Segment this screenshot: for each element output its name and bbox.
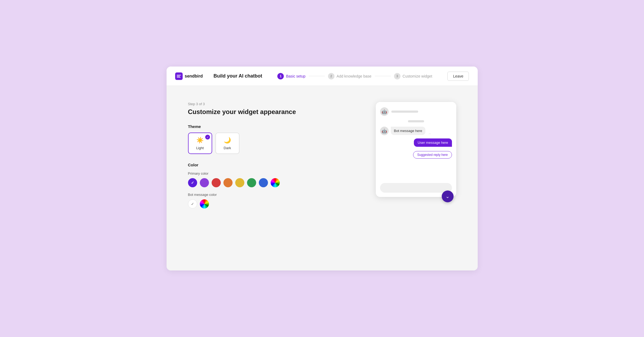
content-inner: Step 3 of 3 Customize your widget appear… — [188, 102, 456, 208]
user-message-bubble: User message here — [414, 138, 452, 147]
dark-label: Dark — [224, 146, 231, 150]
subheader-line — [408, 120, 424, 122]
swatch-red[interactable] — [212, 178, 221, 187]
bot-msg-time: ··· — [429, 132, 431, 135]
step-2-circle: 2 — [328, 73, 334, 79]
step-indicator: Step 3 of 3 — [188, 102, 360, 106]
theme-light[interactable]: ✓ ☀️ Light — [188, 133, 212, 154]
chat-header-lines — [391, 111, 418, 113]
chat-subheader — [380, 120, 452, 122]
logo-area: sendbird — [175, 72, 203, 80]
step-1: 1 Basic setup — [277, 73, 305, 79]
swatch-purple-dark[interactable]: ✓ — [188, 178, 197, 187]
step-1-label: Basic setup — [286, 74, 305, 78]
sendbird-logo-icon — [175, 72, 183, 80]
swatch-orange[interactable] — [223, 178, 233, 187]
step-3: 3 Customize widget — [394, 73, 432, 79]
chat-body: 🤖 Bot message here ··· User message here… — [380, 120, 452, 179]
step-3-circle: 3 — [394, 73, 400, 79]
header-line-1 — [391, 111, 418, 113]
bot-swatch-check: ✓ — [191, 202, 194, 206]
bot-swatch-white[interactable]: ✓ — [188, 199, 197, 208]
light-check-badge: ✓ — [205, 135, 210, 140]
chat-header: 🤖 — [380, 107, 452, 116]
swatch-green[interactable] — [247, 178, 256, 187]
bot-avatar-header: 🤖 — [380, 107, 389, 116]
step-3-label: Customize widget — [403, 74, 432, 78]
light-icon: ☀️ — [196, 137, 204, 144]
section-title: Customize your widget appearance — [188, 108, 360, 116]
theme-label: Theme — [188, 124, 360, 129]
content: Step 3 of 3 Customize your widget appear… — [167, 86, 478, 270]
primary-color-label: Primary color — [188, 171, 360, 175]
fab-chevron-icon: ⌄ — [446, 193, 450, 199]
leave-button[interactable]: Leave — [447, 72, 469, 81]
right-panel: 🤖 🤖 Bot message here — [376, 102, 456, 197]
dark-icon: 🌙 — [224, 137, 231, 144]
app-title: Build your AI chatbot — [214, 73, 262, 79]
theme-dark[interactable]: 🌙 Dark — [215, 133, 240, 154]
swatch-purple[interactable] — [200, 178, 209, 187]
suggested-reply-row: Suggested reply here — [380, 151, 452, 159]
logo-text: sendbird — [185, 74, 203, 79]
step-2: 2 Add knowledge base — [328, 73, 371, 79]
light-label: Light — [196, 146, 204, 150]
bot-message-bubble: Bot message here — [391, 127, 426, 135]
main-container: sendbird Build your AI chatbot 1 Basic s… — [167, 67, 478, 270]
step-2-label: Add knowledge base — [337, 74, 371, 78]
bot-swatch-rainbow[interactable] — [200, 199, 209, 208]
stepper: 1 Basic setup 2 Add knowledge base 3 Cus… — [277, 73, 432, 79]
chat-input-area[interactable] — [380, 183, 452, 193]
bot-color-swatches: ✓ — [188, 199, 360, 208]
bot-message-row: 🤖 Bot message here ··· — [380, 127, 452, 135]
color-section-label: Color — [188, 163, 360, 167]
step-1-circle: 1 — [277, 73, 284, 79]
left-panel: Step 3 of 3 Customize your widget appear… — [188, 102, 360, 208]
header: sendbird Build your AI chatbot 1 Basic s… — [167, 67, 478, 86]
step-divider-2 — [375, 76, 391, 76]
step-divider-1 — [309, 76, 325, 76]
swatch-blue[interactable] — [259, 178, 268, 187]
chat-fab-button[interactable]: ⌄ — [442, 191, 454, 202]
user-message-row: User message here — [380, 138, 452, 147]
bot-avatar-message: 🤖 — [380, 127, 389, 135]
bot-message-color-label: Bot message color — [188, 193, 360, 197]
chat-window: 🤖 🤖 Bot message here — [376, 102, 456, 197]
primary-color-swatches: ✓ — [188, 178, 360, 187]
swatch-rainbow[interactable] — [271, 178, 280, 187]
suggested-reply-button[interactable]: Suggested reply here — [413, 151, 452, 159]
swatch-check-1: ✓ — [191, 181, 194, 185]
theme-options: ✓ ☀️ Light 🌙 Dark — [188, 133, 360, 154]
swatch-yellow[interactable] — [235, 178, 244, 187]
